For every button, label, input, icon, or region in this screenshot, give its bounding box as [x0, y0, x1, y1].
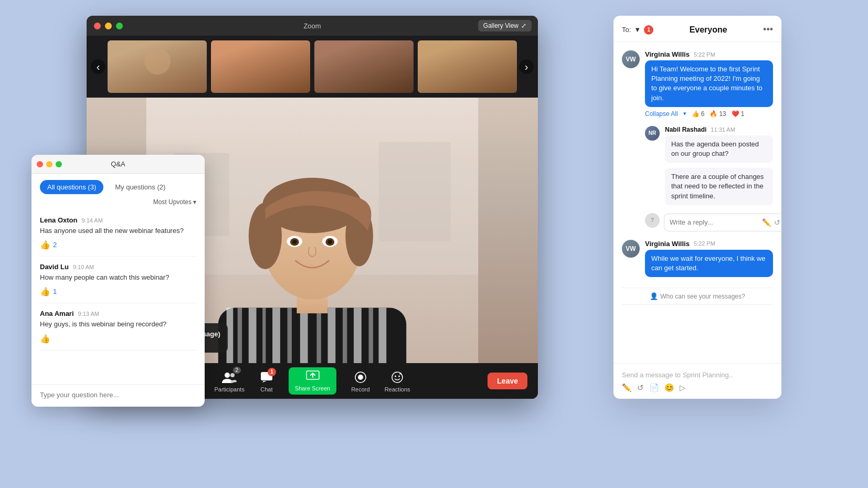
- close-button[interactable]: [94, 23, 101, 29]
- share-screen-button[interactable]: Share Screen: [289, 367, 336, 395]
- qa-q2-author: David Lu: [40, 263, 69, 271]
- zoom-titlebar: Zoom Gallery View ⤢: [87, 16, 538, 36]
- minimize-button[interactable]: [105, 23, 112, 29]
- reply-chat-icon[interactable]: ↺: [637, 383, 644, 392]
- qa-q3-like-icon[interactable]: 👍: [40, 334, 50, 344]
- chat-more-button[interactable]: •••: [763, 24, 773, 35]
- qa-all-questions-tab[interactable]: All questions (3): [40, 180, 103, 194]
- gallery-view-button[interactable]: Gallery View ⤢: [478, 20, 532, 31]
- qa-q1-meta: Lena Oxton 9:14 AM: [40, 216, 196, 224]
- message-group-2: VW Virginia Willis 5:22 PM While we wait…: [622, 240, 773, 277]
- qa-q3-like-row: 👍: [40, 334, 196, 344]
- qa-q1-like-icon[interactable]: 👍: [40, 240, 50, 250]
- heart-emoji: ❤️: [732, 110, 739, 118]
- svg-rect-7: [238, 308, 242, 363]
- maximize-button[interactable]: [116, 23, 123, 29]
- qa-questions-list: Lena Oxton 9:14 AM Has anyone used all t…: [31, 210, 205, 384]
- fire-count: 13: [719, 110, 726, 118]
- next-thumbnail-button[interactable]: ›: [519, 59, 534, 74]
- reply-avatar: ?: [645, 213, 660, 228]
- participants-button[interactable]: 2 Participants: [214, 370, 244, 392]
- qa-question-input[interactable]: [40, 391, 196, 399]
- qa-my-questions-tab[interactable]: My questions (2): [108, 180, 173, 194]
- thumbnails-strip: ‹ ›: [87, 36, 538, 98]
- record-label: Record: [351, 386, 369, 392]
- svg-point-30: [225, 373, 230, 378]
- msg-time-2: 5:22 PM: [694, 240, 715, 247]
- svg-point-29: [328, 240, 332, 244]
- who-can-see-notice: 👤 Who can see your messages?: [622, 288, 773, 305]
- msg-meta-1: Virginia Willis 5:22 PM: [645, 50, 773, 58]
- lock-icon: 👤: [650, 292, 658, 300]
- chat-to-section: To: ▼ 1: [622, 25, 653, 35]
- msg-avatar-vw1: VW: [622, 50, 640, 68]
- svg-rect-12: [300, 308, 308, 363]
- qa-question-2: David Lu 9:10 AM How many people can wat…: [40, 257, 196, 303]
- chat-title: Everyone: [690, 25, 727, 35]
- qa-q1-like-count: 2: [53, 241, 57, 249]
- thumbnail-4[interactable]: [418, 40, 517, 93]
- qa-question-1: Lena Oxton 9:14 AM Has anyone used all t…: [40, 210, 196, 257]
- thumbnail-3[interactable]: [314, 40, 414, 93]
- qa-close-button[interactable]: [37, 161, 43, 167]
- to-badge: 1: [644, 25, 653, 35]
- qa-minimize-button[interactable]: [46, 161, 52, 167]
- fire-emoji: 🔥: [710, 110, 717, 118]
- msg-bubble-2: While we wait for everyone, I think we c…: [645, 250, 773, 277]
- leave-button[interactable]: Leave: [488, 373, 527, 389]
- format-icon[interactable]: ✏️: [762, 218, 771, 227]
- reactions-row: Collapse All ▾ 👍 6 🔥 13 ❤️ 1: [645, 110, 773, 118]
- thread-msg-1: Has the agenda been posted on our group …: [665, 135, 773, 163]
- reactions-icon: [390, 370, 405, 385]
- chat-toolbar-button[interactable]: 1 Chat: [259, 370, 274, 392]
- expand-icon: ⤢: [521, 22, 526, 29]
- thumbnail-1[interactable]: [108, 40, 207, 93]
- qa-q1-author: Lena Oxton: [40, 216, 78, 224]
- msg-author-1: Virginia Willis: [645, 50, 690, 58]
- svg-rect-17: [369, 308, 373, 363]
- at-icon[interactable]: ↺: [774, 218, 780, 227]
- prev-thumbnail-button[interactable]: ‹: [91, 59, 105, 74]
- msg-meta-2: Virginia Willis 5:22 PM: [645, 240, 773, 248]
- chat-header: To: ▼ 1 Everyone •••: [613, 16, 781, 42]
- svg-rect-8: [249, 308, 257, 363]
- qa-q2-time: 9:10 AM: [73, 264, 94, 270]
- svg-rect-14: [328, 308, 336, 363]
- qa-q3-meta: Ana Amari 9:13 AM: [40, 310, 196, 317]
- emoji-chat-icon[interactable]: 😊: [664, 383, 674, 392]
- reply-input[interactable]: [670, 218, 758, 226]
- chat-input-area: ✏️ ↺ 📄 😊 ▷: [613, 363, 781, 399]
- qa-q2-text: How many people can watch this webinar?: [40, 273, 196, 282]
- collapse-chevron: ▾: [683, 110, 686, 117]
- file-attach-icon[interactable]: 📄: [649, 383, 659, 392]
- qa-maximize-button[interactable]: [56, 161, 62, 167]
- format-text-icon[interactable]: ✏️: [622, 383, 632, 392]
- msg-content-2: Virginia Willis 5:22 PM While we wait fo…: [645, 240, 773, 277]
- thread-content: Nabil Rashadi 11:31 AM Has the agenda be…: [665, 126, 773, 165]
- msg-content-1: Virginia Willis 5:22 PM Hi Team! Welcome…: [645, 50, 773, 118]
- chat-messages: VW Virginia Willis 5:22 PM Hi Team! Welc…: [613, 42, 781, 363]
- record-button[interactable]: Record: [351, 370, 369, 392]
- svg-rect-5: [218, 308, 406, 363]
- svg-rect-10: [272, 308, 280, 363]
- msg-author-2: Virginia Willis: [645, 240, 690, 248]
- qa-sort-section: Most Upvotes ▾: [31, 198, 205, 210]
- chat-label: Chat: [260, 386, 272, 392]
- qa-q2-like-icon[interactable]: 👍: [40, 287, 50, 296]
- thumbnail-2[interactable]: [211, 40, 310, 93]
- send-filter-icon[interactable]: ▷: [680, 383, 686, 392]
- collapse-all-button[interactable]: Collapse All: [645, 110, 678, 118]
- chat-badge: 1: [268, 368, 276, 376]
- to-dropdown-icon: ▼: [634, 26, 641, 34]
- qa-tabs: All questions (3) My questions (2): [31, 174, 205, 198]
- thread-time: 11:31 AM: [711, 126, 735, 133]
- svg-point-38: [398, 375, 400, 377]
- chat-message-input[interactable]: [622, 371, 773, 379]
- qa-q1-time: 9:14 AM: [82, 217, 103, 224]
- qa-sort-button[interactable]: Most Upvotes ▾: [153, 198, 196, 206]
- reactions-button[interactable]: Reactions: [385, 370, 410, 392]
- chat-action-icons: ✏️ ↺ 📄 😊 ▷: [622, 383, 773, 392]
- qa-sort-chevron: ▾: [193, 198, 196, 206]
- qa-q1-text: Has anyone used all the new webinar feat…: [40, 226, 196, 236]
- qa-question-3: Ana Amari 9:13 AM Hey guys, is this webi…: [40, 303, 196, 350]
